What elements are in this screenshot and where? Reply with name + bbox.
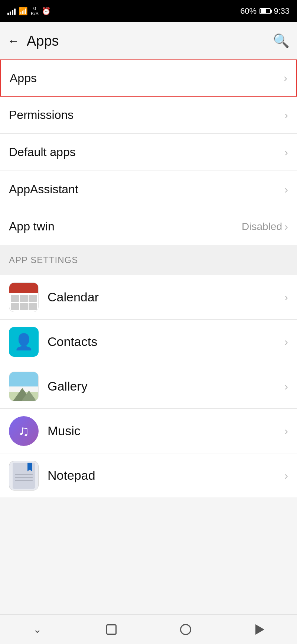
square-icon — [106, 624, 117, 635]
data-speed: 0K/S — [31, 6, 39, 17]
app-item-music-left: ♫ Music — [9, 416, 81, 446]
menu-item-app-twin[interactable]: App twin Disabled › — [0, 208, 297, 245]
app-item-gallery[interactable]: Gallery › — [0, 364, 297, 409]
app-twin-value: Disabled — [242, 221, 282, 233]
calendar-label: Calendar — [48, 290, 99, 304]
menu-item-appassistant-label: AppAssistant — [9, 182, 78, 196]
bottom-nav: ⌄ — [0, 614, 297, 644]
menu-item-apps-label: Apps — [10, 71, 37, 85]
app-settings-section-header: APP SETTINGS — [0, 245, 297, 275]
app-settings-list: Calendar › 👤 Contacts › Gallery — [0, 275, 297, 498]
calendar-icon — [9, 282, 39, 312]
app-item-contacts[interactable]: 👤 Contacts › — [0, 320, 297, 364]
page-title: Apps — [27, 33, 59, 49]
menu-item-permissions[interactable]: Permissions › — [0, 97, 297, 134]
chevron-down-icon: ⌄ — [33, 623, 42, 635]
menu-item-app-twin-label: App twin — [9, 220, 55, 233]
status-bar: 📶 0K/S ⏰ 60% 9:33 — [0, 0, 297, 22]
nav-back-button[interactable] — [251, 620, 269, 639]
header-left: ← Apps — [7, 33, 59, 49]
app-item-calendar-left: Calendar — [9, 282, 99, 312]
gallery-icon — [9, 372, 39, 401]
signal-icon — [7, 7, 16, 15]
menu-section: Apps › Permissions › Default apps › AppA… — [0, 59, 297, 245]
menu-item-apps[interactable]: Apps › — [0, 59, 297, 97]
app-item-notepad[interactable]: Notepad › — [0, 453, 297, 498]
chevron-right-icon: › — [284, 109, 288, 122]
chevron-right-icon: › — [284, 72, 287, 84]
nav-down-button[interactable]: ⌄ — [28, 620, 46, 639]
time: 9:33 — [274, 6, 290, 16]
status-right: 60% 9:33 — [240, 6, 290, 16]
app-item-calendar[interactable]: Calendar › — [0, 275, 297, 320]
battery-percent: 60% — [240, 6, 257, 16]
chevron-right-icon: › — [284, 469, 288, 482]
battery-icon — [260, 8, 271, 14]
header: ← Apps 🔍 — [0, 22, 297, 59]
back-triangle-icon — [255, 624, 264, 635]
contacts-icon: 👤 — [9, 327, 39, 357]
contacts-label: Contacts — [48, 334, 97, 349]
chevron-right-icon: › — [284, 220, 288, 233]
app-item-notepad-left: Notepad — [9, 461, 95, 491]
notepad-icon — [9, 461, 39, 491]
menu-item-permissions-label: Permissions — [9, 108, 74, 122]
app-item-gallery-left: Gallery — [9, 372, 88, 401]
nav-recent-button[interactable] — [102, 620, 121, 639]
circle-icon — [180, 624, 191, 635]
alarm-icon: ⏰ — [42, 7, 51, 16]
menu-item-default-apps[interactable]: Default apps › — [0, 134, 297, 171]
app-item-music[interactable]: ♫ Music › — [0, 409, 297, 453]
nav-home-button[interactable] — [176, 620, 195, 639]
chevron-right-icon: › — [284, 291, 288, 304]
notepad-label: Notepad — [48, 468, 95, 483]
chevron-right-icon: › — [284, 336, 288, 348]
music-icon: ♫ — [9, 416, 39, 446]
music-label: Music — [48, 424, 81, 438]
menu-item-default-apps-label: Default apps — [9, 145, 76, 159]
wifi-icon: 📶 — [19, 7, 28, 16]
chevron-right-icon: › — [284, 425, 288, 437]
chevron-right-icon: › — [284, 183, 288, 196]
chevron-right-icon: › — [284, 380, 288, 393]
gallery-label: Gallery — [48, 379, 88, 394]
app-item-contacts-left: 👤 Contacts — [9, 327, 97, 357]
status-left: 📶 0K/S ⏰ — [7, 6, 51, 17]
section-title: APP SETTINGS — [9, 255, 78, 265]
chevron-right-icon: › — [284, 146, 288, 159]
menu-item-appassistant[interactable]: AppAssistant › — [0, 171, 297, 208]
search-button[interactable]: 🔍 — [273, 33, 290, 49]
back-button[interactable]: ← — [7, 34, 19, 48]
